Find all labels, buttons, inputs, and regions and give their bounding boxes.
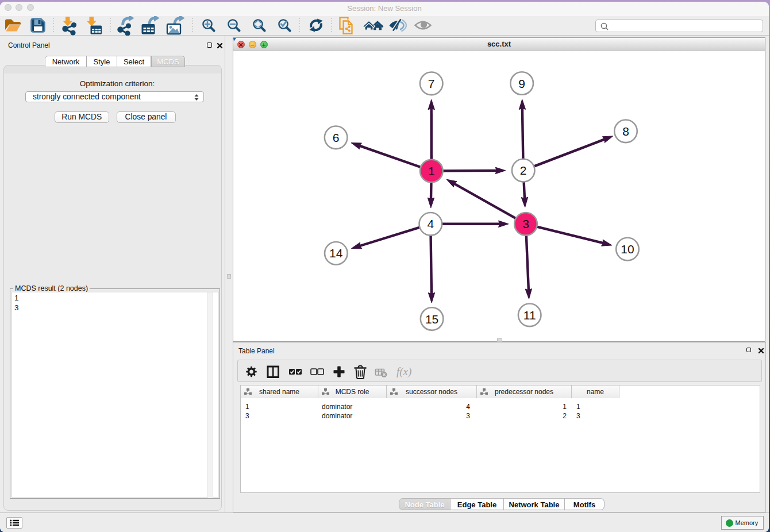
svg-text:7: 7 — [428, 77, 435, 90]
svg-text:f(x): f(x) — [396, 365, 411, 378]
svg-text:11: 11 — [523, 309, 536, 322]
svg-text:4: 4 — [427, 217, 434, 230]
svg-text:8: 8 — [622, 125, 629, 138]
svg-text:3: 3 — [522, 217, 529, 230]
svg-text:10: 10 — [621, 242, 634, 256]
svg-text:15: 15 — [425, 313, 438, 326]
svg-text:2: 2 — [520, 164, 527, 177]
svg-text:6: 6 — [333, 131, 340, 144]
svg-text:1: 1 — [428, 164, 435, 178]
svg-text:9: 9 — [518, 77, 525, 90]
svg-text:14: 14 — [329, 246, 343, 260]
